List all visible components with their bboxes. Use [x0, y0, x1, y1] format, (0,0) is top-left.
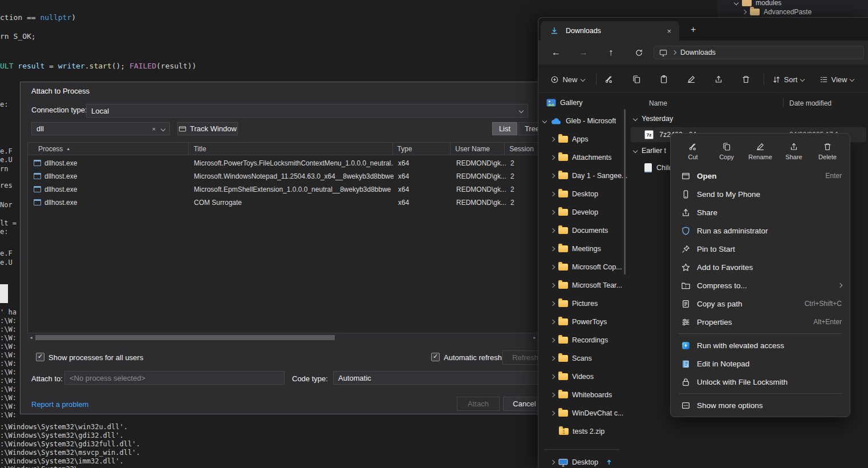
chevron-down-icon[interactable] [161, 126, 165, 131]
show-all-users-checkbox[interactable] [36, 353, 44, 361]
sidebar-item-windevchat[interactable]: WinDevChat c... [551, 405, 632, 422]
attach-to-field[interactable]: <No process selected> [64, 371, 285, 385]
cut-button[interactable]: Cut [676, 137, 709, 166]
sidebar-item-develop[interactable]: Develop [551, 204, 632, 221]
column-header-session[interactable]: Session [505, 143, 538, 155]
column-header-date-modified[interactable]: Date modified [789, 99, 832, 107]
connection-type-dropdown[interactable]: Local [86, 104, 528, 118]
address-bar[interactable]: Downloads [654, 46, 864, 59]
sidebar-item-pictures[interactable]: Pictures [551, 295, 632, 312]
sidebar-item-videos[interactable]: Videos [551, 368, 632, 385]
toolbar-divider [596, 73, 597, 84]
sidebar-item-meetings[interactable]: Meetings [551, 240, 632, 257]
sidebar-item-scans[interactable]: Scans [551, 350, 632, 367]
column-header-title[interactable]: Title [189, 143, 392, 155]
code-line: ction == nullptr) [0, 13, 76, 22]
sidebar-item-gallery[interactable]: Gallery [546, 94, 627, 111]
menu-item-open[interactable]: Open Enter [673, 167, 847, 185]
scroll-left-icon[interactable]: ◄ [27, 336, 35, 340]
share-button[interactable]: Share [777, 137, 810, 166]
debug-output-line: :\Windows\System32\imm32.dll'. [0, 457, 124, 465]
sort-button[interactable]: Sort [769, 72, 808, 86]
forward-button[interactable]: → [574, 43, 593, 62]
process-filter-input[interactable]: dll × [31, 122, 170, 135]
sidebar-item-recordings[interactable]: Recordings [551, 332, 632, 349]
group-header-earlier[interactable]: Earlier t [634, 147, 666, 155]
column-header-type[interactable]: Type [393, 143, 451, 155]
horizontal-scrollbar[interactable]: ◄ ► [27, 334, 538, 341]
menu-item-share[interactable]: Share [673, 203, 847, 221]
sidebar-item-attachments[interactable]: Attachments [551, 149, 632, 166]
tree-view-toggle[interactable]: Tree [518, 122, 538, 135]
menu-item-edit-in-notepad[interactable]: Edit in Notepad [673, 354, 847, 373]
sidebar-item-desktop-pinned[interactable]: Desktop [551, 454, 632, 468]
code-type-field[interactable]: Automatic [333, 371, 538, 385]
menu-item-run-elevated[interactable]: Run with elevated access [673, 336, 847, 354]
process-row[interactable]: dllhost.exe Microsoft.PowerToys.FileLock… [28, 156, 538, 170]
menu-item-add-to-favorites[interactable]: Add to Favorites [673, 258, 847, 276]
menu-item-unlock-file-locksmith[interactable]: Unlock with File Locksmith [673, 373, 847, 391]
auto-refresh-checkbox[interactable] [431, 353, 440, 361]
sidebar-item-microsoft-cop[interactable]: Microsoft Cop... [551, 259, 632, 276]
sidebar-item-documents[interactable]: Documents [551, 222, 632, 239]
code-fragment: :\W: [0, 394, 17, 402]
tab-downloads[interactable]: Downloads × [541, 21, 679, 41]
column-header-user[interactable]: User Name [451, 143, 505, 155]
rename-icon [756, 142, 765, 151]
sidebar-scrollbar[interactable] [624, 109, 626, 275]
refresh-button[interactable]: Refresh [502, 350, 538, 365]
new-tab-icon[interactable]: + [691, 25, 696, 35]
sidebar-item-microsoft-tear[interactable]: Microsoft Tear... [551, 277, 632, 294]
attach-button[interactable]: Attach [457, 397, 500, 411]
menu-item-pin-to-start[interactable]: Pin to Start [673, 240, 847, 258]
process-row[interactable]: dllhost.exe Microsoft.WindowsNotepad_11.… [28, 170, 538, 183]
column-divider[interactable] [783, 98, 784, 107]
close-tab-icon[interactable]: × [667, 27, 671, 35]
sidebar-item-onedrive-root[interactable]: Gleb - Microsoft [543, 112, 624, 130]
list-view-toggle[interactable]: List [492, 122, 517, 135]
chevron-right-icon [550, 320, 555, 324]
group-header-yesterday[interactable]: Yesterday [634, 115, 673, 123]
cut-button[interactable] [600, 72, 618, 86]
menu-item-run-as-administrator[interactable]: Run as administrator [673, 221, 847, 240]
share-button[interactable] [709, 72, 728, 86]
scroll-right-icon[interactable]: ► [531, 336, 538, 340]
copy-button[interactable] [627, 72, 646, 86]
menu-item-copy-as-path[interactable]: Copy as path Ctrl+Shift+C [673, 294, 847, 313]
sidebar-item-apps[interactable]: Apps [551, 131, 632, 148]
process-row[interactable]: dllhost.exe Microsoft.EpmShellExtension_… [28, 183, 538, 196]
scrollbar-thumb[interactable] [35, 335, 335, 340]
track-window-button[interactable]: Track Window [177, 122, 238, 135]
gallery-icon [546, 99, 556, 107]
paste-button[interactable] [655, 72, 673, 86]
delete-button[interactable] [737, 72, 755, 86]
copy-button[interactable]: Copy [710, 137, 743, 166]
menu-item-compress-to[interactable]: Compress to... [673, 276, 847, 294]
sidebar-item-whiteboards[interactable]: Whiteboards [551, 386, 632, 404]
menu-item-show-more-options[interactable]: Show more options [673, 396, 847, 414]
sidebar-item-powertoys[interactable]: PowerToys [551, 313, 632, 330]
clear-filter-icon[interactable]: × [152, 126, 156, 132]
view-button[interactable]: View [816, 72, 858, 86]
sidebar-item-tests-zip[interactable]: tests 2.zip [559, 423, 640, 440]
menu-item-send-to-phone[interactable]: Send to My Phone [673, 185, 847, 203]
column-header-name[interactable]: Name [649, 99, 667, 107]
sidebar-item-day1[interactable]: Day 1 - Sangee... [551, 167, 632, 184]
rename-button[interactable]: Rename [744, 137, 777, 166]
new-button[interactable]: New [546, 72, 589, 86]
back-button[interactable]: ← [547, 43, 565, 62]
menu-item-properties[interactable]: Properties Alt+Enter [673, 313, 847, 331]
pictures-folder-icon [558, 300, 568, 307]
sidebar-item-desktop[interactable]: Desktop [551, 185, 632, 203]
process-row[interactable]: dllhost.exe COM Surrogate x64 REDMOND\gk… [28, 196, 538, 209]
refresh-button[interactable] [630, 43, 648, 62]
rename-button[interactable] [682, 72, 700, 86]
column-header-process[interactable]: Process▲ [28, 143, 189, 155]
up-button[interactable]: ↑ [602, 43, 620, 62]
report-problem-link[interactable]: Report a problem [31, 400, 88, 409]
folder-icon [558, 264, 568, 271]
file-row-child[interactable]: Childl [631, 160, 671, 175]
tree-item-advancedpaste[interactable]: AdvancedPaste [743, 7, 812, 17]
cancel-button[interactable]: Cancel [503, 397, 538, 411]
delete-button[interactable]: Delete [811, 137, 844, 166]
